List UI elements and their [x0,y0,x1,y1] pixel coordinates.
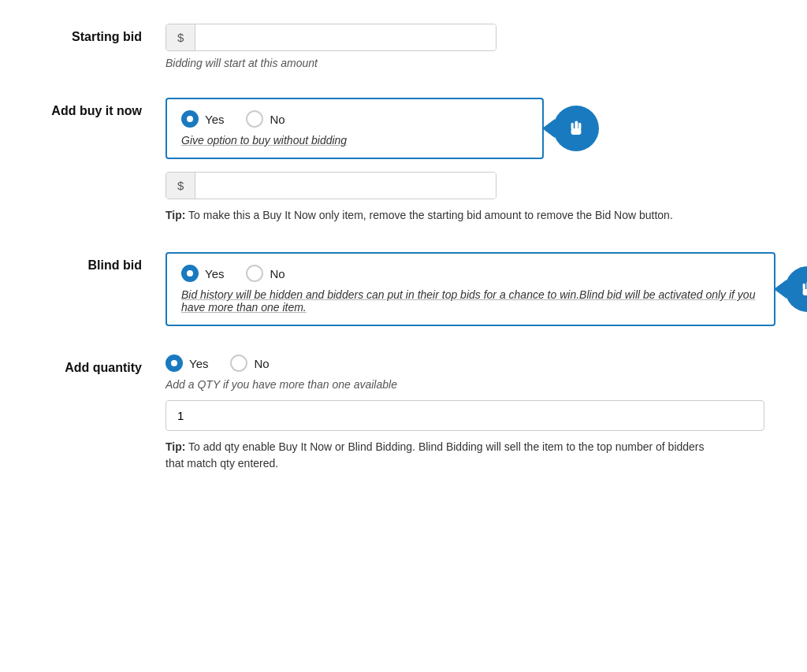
blind-bid-tooltip [785,266,807,312]
buy-it-now-tip-prefix: Tip: [165,209,185,221]
blind-bid-row: Blind bid Yes No Bid history will be hid… [32,252,775,326]
buy-it-now-price-input-wrap: $ [165,172,496,199]
buy-it-now-tip: Tip: To make this a Buy It Now only item… [165,207,717,224]
quantity-input[interactable] [165,400,764,431]
quantity-tip-prefix: Tip: [165,440,185,453]
quantity-yes-radio[interactable] [165,355,183,372]
buy-it-now-tooltip-bubble [553,106,599,151]
blind-bid-box: Yes No Bid history will be hidden and bi… [165,252,775,326]
svg-rect-1 [575,121,578,129]
buy-it-now-no-radio[interactable] [246,110,263,128]
add-buy-it-now-box: Yes No Give option to buy without biddin… [165,98,544,159]
starting-bid-hint: Bidding will start at this amount [165,57,775,69]
svg-rect-4 [571,128,582,135]
starting-bid-label: Starting bid [32,24,165,44]
buy-it-now-no-option[interactable]: No [246,110,284,128]
add-buy-it-now-row: Add buy it now Yes No Give option to buy… [32,98,775,224]
blind-bid-hint: Bid history will be hidden and bidders c… [181,288,760,314]
quantity-no-radio[interactable] [230,355,247,372]
blind-bid-yes-radio[interactable] [181,265,199,282]
blind-bid-no-radio[interactable] [246,265,263,282]
buy-it-now-hint: Give option to buy without bidding [181,134,528,147]
starting-bid-currency: $ [166,24,195,50]
svg-rect-9 [803,289,807,295]
quantity-tip-text: To add qty enable Buy It Now or Blind Bi… [165,440,705,470]
buy-it-now-currency: $ [166,173,195,199]
starting-bid-content: $ Bidding will start at this amount [165,24,775,69]
blind-bid-no-option[interactable]: No [246,265,284,282]
buy-it-now-tip-text: To make this a Buy It Now only item, rem… [185,209,672,221]
add-buy-it-now-label: Add buy it now [32,98,165,118]
add-quantity-content: Yes No Add a QTY if you have more than o… [165,355,775,472]
buy-it-now-tooltip [553,106,599,151]
buy-it-now-yes-radio[interactable] [181,110,199,128]
blind-bid-no-label: No [270,267,284,280]
blind-bid-yes-option[interactable]: Yes [181,265,224,282]
quantity-no-option[interactable]: No [230,355,269,372]
quantity-tip: Tip: To add qty enable Buy It Now or Bli… [165,439,717,472]
buy-it-now-no-label: No [270,113,284,126]
quantity-no-label: No [254,357,269,370]
hand-edit-icon [563,116,589,141]
blind-bid-tooltip-bubble [785,266,807,312]
buy-it-now-yes-label: Yes [205,113,224,126]
blind-bid-yes-label: Yes [205,267,224,280]
blind-bid-label: Blind bid [32,252,165,273]
buy-it-now-radio-row: Yes No [181,110,528,128]
blind-bid-content: Yes No Bid history will be hidden and bi… [165,252,775,326]
quantity-radio-row: Yes No [165,355,775,372]
add-quantity-label: Add quantity [32,355,165,375]
starting-bid-input-wrap: $ [165,24,496,51]
blind-bid-radio-row: Yes No [181,265,760,282]
buy-it-now-price-input[interactable] [195,173,496,199]
starting-bid-row: Starting bid $ Bidding will start at thi… [32,24,775,69]
hand-edit-icon-2 [795,277,807,302]
buy-it-now-yes-option[interactable]: Yes [181,110,224,128]
add-buy-it-now-content: Yes No Give option to buy without biddin… [165,98,775,224]
add-quantity-row: Add quantity Yes No Add a QTY if you hav… [32,355,775,472]
quantity-yes-label: Yes [189,357,208,370]
quantity-yes-option[interactable]: Yes [165,355,208,372]
buy-it-now-price-wrap: $ Tip: To make this a Buy It Now only it… [165,172,775,224]
quantity-hint: Add a QTY if you have more than one avai… [165,378,775,391]
starting-bid-input[interactable] [195,24,496,50]
